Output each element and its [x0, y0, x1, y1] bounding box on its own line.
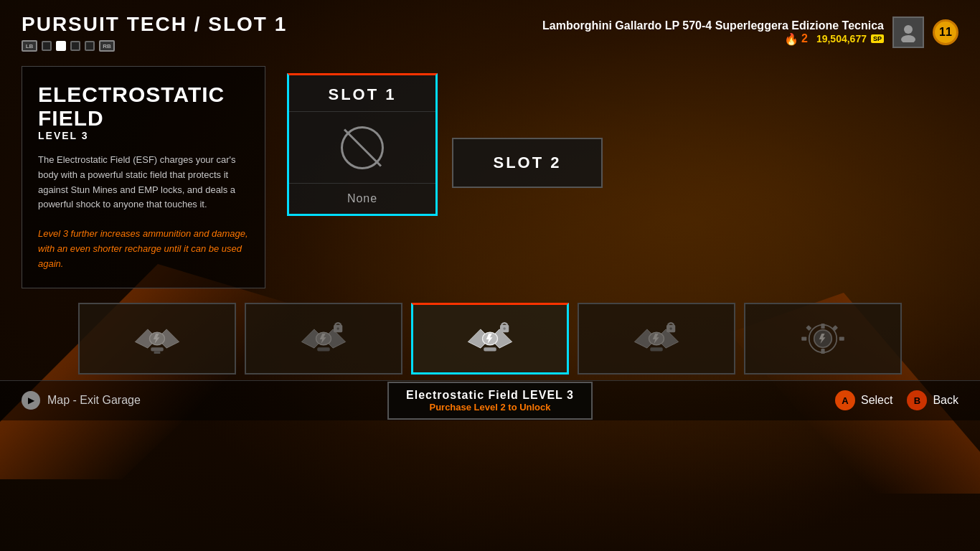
tech-level: LEVEL 3 [38, 130, 249, 141]
tech-item-3[interactable] [411, 303, 569, 375]
sp-label: SP [871, 34, 884, 43]
nav-dot-3 [70, 41, 80, 51]
svg-rect-22 [839, 336, 844, 340]
car-name: Lamborghini Gallardo LP 570-4 Superlegge… [542, 19, 884, 32]
tech-item-1[interactable] [78, 303, 236, 375]
nav-dot-2 [56, 41, 66, 51]
tooltip-box: Electrostatic Field LEVEL 3 Purchase Lev… [387, 382, 593, 420]
svg-rect-10 [484, 347, 496, 351]
header-nav: LB RB [22, 40, 287, 52]
no-equip-icon [341, 126, 384, 169]
sp-amount: 19,504,677 [816, 33, 867, 44]
avatar [892, 17, 924, 48]
tech-item-5[interactable] [744, 303, 902, 375]
back-label: Back [933, 394, 958, 407]
nav-dot-1 [42, 41, 52, 51]
select-action[interactable]: A Select [835, 390, 892, 410]
slot-2-label: SLOT 2 [453, 154, 601, 172]
svg-rect-20 [821, 349, 824, 354]
lb-button[interactable]: LB [22, 40, 37, 52]
map-label: Map - Exit Garage [47, 394, 141, 407]
tech-item-1-icon [132, 314, 182, 364]
flame-icon: 🔥 [784, 32, 798, 46]
tech-item-5-icon [798, 314, 848, 364]
svg-point-1 [901, 35, 915, 42]
svg-point-0 [904, 25, 913, 34]
map-icon: ▶ [28, 395, 34, 405]
select-label: Select [861, 394, 892, 407]
tech-item-4-icon [631, 314, 682, 364]
info-panel: Electrostatic Field LEVEL 3 The Electros… [22, 66, 265, 288]
slot-1[interactable]: SLOT 1 None [287, 73, 438, 216]
slots-area: SLOT 1 None SLOT 2 [287, 66, 603, 288]
svg-point-16 [669, 327, 672, 330]
slot-1-status: None [347, 184, 377, 214]
tech-item-4[interactable] [578, 303, 735, 375]
svg-rect-19 [821, 324, 824, 329]
b-button: B [907, 390, 927, 410]
slot-2[interactable]: SLOT 2 [452, 138, 603, 188]
tech-item-2-icon [298, 314, 349, 364]
page-title: PURSUIT TECH / SLOT 1 [22, 13, 287, 36]
nav-dot-4 [85, 41, 95, 51]
slots-row: SLOT 1 None SLOT 2 [287, 73, 603, 216]
main-content: Electrostatic Field LEVEL 3 The Electros… [0, 59, 980, 288]
tech-bar [0, 288, 980, 380]
slot-1-icon-area [289, 112, 435, 184]
tech-description: The Electrostatic Field (ESF) charges yo… [38, 153, 249, 212]
rb-button[interactable]: RB [99, 40, 115, 52]
flame-count: 2 [801, 32, 808, 45]
tech-name: Electrostatic Field [38, 83, 249, 130]
bottom-right: A Select B Back [835, 390, 958, 410]
a-button: A [835, 390, 855, 410]
slot-1-label: SLOT 1 [289, 75, 435, 112]
gear-badge: 11 [933, 19, 958, 45]
back-action[interactable]: B Back [907, 390, 958, 410]
tech-item-2[interactable] [245, 303, 402, 375]
car-info: Lamborghini Gallardo LP 570-4 Superlegge… [542, 19, 884, 46]
tech-bonus: Level 3 further increases ammunition and… [38, 227, 249, 271]
svg-rect-23 [806, 325, 811, 331]
map-button[interactable]: ▶ [22, 391, 40, 410]
tech-item-3-icon [465, 314, 515, 364]
header-right: Lamborghini Gallardo LP 570-4 Superlegge… [542, 17, 958, 48]
svg-rect-21 [801, 336, 806, 340]
svg-rect-6 [317, 347, 330, 351]
currency-row: 🔥 2 19,504,677 SP [542, 32, 884, 46]
header-left: PURSUIT TECH / SLOT 1 LB RB [22, 13, 287, 52]
svg-rect-4 [154, 351, 161, 354]
tooltip-title: Electrostatic Field LEVEL 3 [406, 389, 574, 402]
header: PURSUIT TECH / SLOT 1 LB RB Lamborghini … [0, 0, 980, 59]
bottom-bar: ▶ Map - Exit Garage Electrostatic Field … [0, 380, 980, 420]
svg-point-12 [503, 327, 506, 330]
svg-point-8 [336, 327, 339, 330]
bottom-left: ▶ Map - Exit Garage [22, 391, 141, 410]
svg-rect-3 [151, 347, 164, 351]
tooltip-subtitle: Purchase Level 2 to Unlock [406, 402, 574, 413]
svg-rect-14 [650, 347, 663, 351]
